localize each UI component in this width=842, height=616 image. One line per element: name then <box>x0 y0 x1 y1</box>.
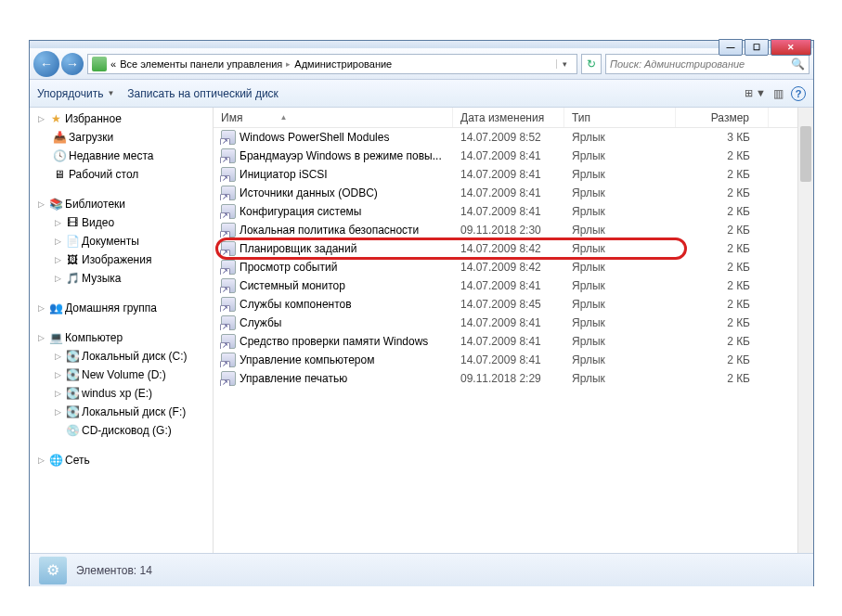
close-button[interactable]: ✕ <box>771 39 811 56</box>
file-name: Инициатор iSCSI <box>240 168 328 181</box>
file-size: 2 КБ <box>676 205 769 218</box>
search-box[interactable]: 🔍 <box>605 54 810 74</box>
shortcut-icon <box>221 186 236 200</box>
file-row[interactable]: Управление печатью09.11.2018 2:29Ярлык2 … <box>214 369 797 388</box>
file-row[interactable]: Просмотр событий14.07.2009 8:42Ярлык2 КБ <box>214 258 797 276</box>
status-icon: ⚙ <box>39 557 67 584</box>
organize-menu[interactable]: Упорядочить▼ <box>37 87 114 100</box>
music-icon: 🎵 <box>65 271 80 286</box>
maximize-button[interactable]: ☐ <box>745 39 769 56</box>
address-dropdown[interactable]: ▾ <box>556 59 573 69</box>
file-name: Службы компонентов <box>240 298 352 311</box>
sidebar-disk-c[interactable]: ▷💽Локальный диск (C:) <box>30 347 213 366</box>
file-size: 2 КБ <box>676 298 769 311</box>
breadcrumb-parent[interactable]: Все элементы панели управления <box>120 58 282 70</box>
column-headers: Имя Дата изменения Тип Размер <box>214 108 797 128</box>
file-row[interactable]: Инициатор iSCSI14.07.2009 8:41Ярлык2 КБ <box>214 165 797 184</box>
sidebar-disk-d[interactable]: ▷💽New Volume (D:) <box>30 366 213 384</box>
forward-button[interactable]: → <box>61 53 84 75</box>
file-name: Планировщик заданий <box>240 242 356 255</box>
sidebar-disk-e[interactable]: ▷💽windus xp (E:) <box>30 384 213 403</box>
help-button[interactable]: ? <box>791 86 806 101</box>
file-type: Ярлык <box>564 168 676 181</box>
file-row[interactable]: Брандмауэр Windows в режиме повы...14.07… <box>214 147 797 165</box>
sidebar-videos[interactable]: ▷🎞Видео <box>30 213 213 232</box>
sidebar-pictures[interactable]: ▷🖼Изображения <box>30 250 213 269</box>
shortcut-icon <box>221 148 236 163</box>
file-size: 2 КБ <box>676 335 769 348</box>
scrollbar[interactable] <box>797 108 813 553</box>
minimize-button[interactable]: — <box>719 39 743 56</box>
file-name: Источники данных (ODBC) <box>240 186 378 199</box>
file-name: Просмотр событий <box>240 261 337 274</box>
sidebar-disk-f[interactable]: ▷💽Локальный диск (F:) <box>30 403 213 421</box>
file-name: Локальная политика безопасности <box>240 224 419 237</box>
file-size: 2 КБ <box>676 353 769 366</box>
file-date: 14.07.2009 8:41 <box>453 149 564 162</box>
location-icon <box>92 57 107 71</box>
file-row[interactable]: Конфигурация системы14.07.2009 8:41Ярлык… <box>214 202 797 221</box>
file-size: 2 КБ <box>676 186 769 199</box>
status-text: Элементов: 14 <box>76 564 152 577</box>
downloads-icon: 📥 <box>52 130 67 145</box>
file-type: Ярлык <box>564 279 676 292</box>
sidebar-desktop[interactable]: 🖥Рабочий стол <box>30 165 213 184</box>
file-date: 14.07.2009 8:41 <box>453 205 564 218</box>
search-input[interactable] <box>610 58 791 70</box>
column-name[interactable]: Имя <box>214 108 453 127</box>
file-type: Ярлык <box>564 131 676 144</box>
file-date: 14.07.2009 8:41 <box>453 186 564 199</box>
sidebar-music[interactable]: ▷🎵Музыка <box>30 269 213 288</box>
file-row[interactable]: Windows PowerShell Modules14.07.2009 8:5… <box>214 128 797 147</box>
file-row[interactable]: Управление компьютером14.07.2009 8:41Ярл… <box>214 351 797 369</box>
disk-icon: 💽 <box>65 386 80 401</box>
file-row[interactable]: Службы14.07.2009 8:41Ярлык2 КБ <box>214 314 797 332</box>
cd-icon: 💿 <box>65 423 80 438</box>
file-row[interactable]: Источники данных (ODBC)14.07.2009 8:41Яр… <box>214 184 797 202</box>
command-bar: Упорядочить▼ Записать на оптический диск… <box>30 80 813 108</box>
file-type: Ярлык <box>564 316 676 329</box>
column-type[interactable]: Тип <box>564 108 676 127</box>
file-type: Ярлык <box>564 186 676 199</box>
file-list: Имя Дата изменения Тип Размер Windows Po… <box>214 108 797 553</box>
file-row[interactable]: Локальная политика безопасности09.11.201… <box>214 221 797 239</box>
sidebar-cd[interactable]: 💿CD-дисковод (G:) <box>30 421 213 440</box>
file-size: 2 КБ <box>676 372 769 385</box>
sidebar-favorites[interactable]: ▷★Избранное <box>30 109 213 128</box>
titlebar: — ☐ ✕ <box>30 41 813 48</box>
sidebar-homegroup[interactable]: ▷👥Домашняя группа <box>30 299 213 317</box>
sidebar-documents[interactable]: ▷📄Документы <box>30 232 213 250</box>
sidebar-computer[interactable]: ▷💻Компьютер <box>30 328 213 347</box>
sidebar-libraries[interactable]: ▷📚Библиотеки <box>30 195 213 213</box>
sidebar-recent[interactable]: 🕓Недавние места <box>30 147 213 165</box>
sidebar-network[interactable]: ▷🌐Сеть <box>30 451 213 469</box>
file-date: 14.07.2009 8:41 <box>453 168 564 181</box>
search-icon: 🔍 <box>791 58 805 71</box>
file-row[interactable]: Планировщик заданий14.07.2009 8:42Ярлык2… <box>214 239 797 258</box>
sidebar-downloads[interactable]: 📥Загрузки <box>30 128 213 147</box>
file-row[interactable]: Службы компонентов14.07.2009 8:45Ярлык2 … <box>214 295 797 314</box>
file-name: Управление печатью <box>240 372 347 385</box>
refresh-button[interactable]: ↻ <box>581 54 602 74</box>
column-date[interactable]: Дата изменения <box>453 108 564 127</box>
chevron-right-icon[interactable]: ▸ <box>286 59 291 69</box>
shortcut-icon <box>221 223 236 237</box>
view-options[interactable]: ⊞ ▼ <box>745 87 766 99</box>
back-button[interactable]: ← <box>33 51 59 77</box>
file-type: Ярлык <box>564 205 676 218</box>
file-type: Ярлык <box>564 353 676 366</box>
address-bar[interactable]: « Все элементы панели управления ▸ Админ… <box>87 54 577 74</box>
column-size[interactable]: Размер <box>676 108 769 127</box>
preview-pane-toggle[interactable]: ▥ <box>773 87 784 100</box>
file-row[interactable]: Средство проверки памяти Windows14.07.20… <box>214 332 797 351</box>
explorer-window: — ☐ ✕ ← → « Все элементы панели управлен… <box>29 40 814 586</box>
pictures-icon: 🖼 <box>65 252 80 267</box>
breadcrumb-current[interactable]: Администрирование <box>294 58 392 70</box>
file-size: 2 КБ <box>676 242 769 255</box>
burn-button[interactable]: Записать на оптический диск <box>127 87 279 100</box>
file-size: 2 КБ <box>676 224 769 237</box>
shortcut-icon <box>221 334 236 349</box>
file-row[interactable]: Системный монитор14.07.2009 8:41Ярлык2 К… <box>214 276 797 295</box>
file-name: Управление компьютером <box>240 353 374 366</box>
file-name: Системный монитор <box>240 279 345 292</box>
